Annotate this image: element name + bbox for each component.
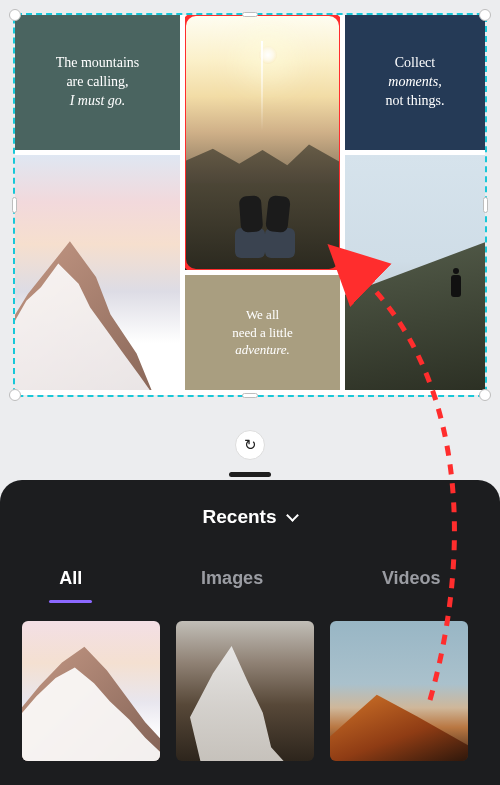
media-thumbnail[interactable] [176, 621, 314, 761]
resize-handle-top-left[interactable] [9, 9, 21, 21]
resize-handle-left[interactable] [12, 197, 17, 213]
media-panel: Recents All Images Videos [0, 480, 500, 785]
panel-drag-handle[interactable] [229, 472, 271, 477]
recents-label: Recents [203, 506, 277, 528]
collage-image-hiker-hill [345, 155, 485, 390]
collage-cell-image-hiker[interactable] [345, 155, 485, 390]
collage-grid: The mountains are calling, I must go. Co… [15, 15, 485, 395]
rotate-button[interactable]: ↻ [235, 430, 265, 460]
recents-dropdown[interactable]: Recents [0, 506, 500, 528]
quote-1-line: are calling, [66, 73, 128, 92]
media-thumbnail-row [0, 599, 500, 761]
collage-cell-quote-1[interactable]: The mountains are calling, I must go. [15, 15, 180, 150]
canvas-selection[interactable]: The mountains are calling, I must go. Co… [15, 15, 485, 395]
quote-2-line: not things. [385, 92, 444, 111]
collage-image-pink-mountain [15, 155, 180, 390]
quote-3-line: We all [246, 306, 279, 324]
resize-handle-right[interactable] [483, 197, 488, 213]
rotate-icon: ↻ [244, 436, 257, 454]
resize-handle-top[interactable] [242, 12, 258, 17]
resize-handle-top-right[interactable] [479, 9, 491, 21]
tab-videos[interactable]: Videos [372, 568, 451, 599]
quote-1-line: The mountains [56, 54, 140, 73]
collage-cell-image-mountain[interactable] [15, 155, 180, 390]
media-thumbnail[interactable] [330, 621, 468, 761]
collage-cell-image-highlighted[interactable] [185, 15, 340, 270]
resize-handle-bottom-right[interactable] [479, 389, 491, 401]
media-thumbnail[interactable] [22, 621, 160, 761]
quote-2-line: Collect [395, 54, 435, 73]
quote-2-line: moments, [388, 73, 441, 92]
tab-all[interactable]: All [49, 568, 92, 599]
quote-3-line: adventure. [235, 341, 290, 359]
tab-images[interactable]: Images [191, 568, 273, 599]
chevron-down-icon [287, 509, 300, 522]
resize-handle-bottom[interactable] [242, 393, 258, 398]
quote-3-line: need a little [232, 324, 293, 342]
resize-handle-bottom-left[interactable] [9, 389, 21, 401]
collage-cell-quote-2[interactable]: Collect moments, not things. [345, 15, 485, 150]
collage-image-sunset-feet [185, 15, 340, 270]
quote-1-line: I must go. [70, 92, 126, 111]
collage-cell-quote-3[interactable]: We all need a little adventure. [185, 275, 340, 390]
media-tabs: All Images Videos [0, 568, 500, 599]
